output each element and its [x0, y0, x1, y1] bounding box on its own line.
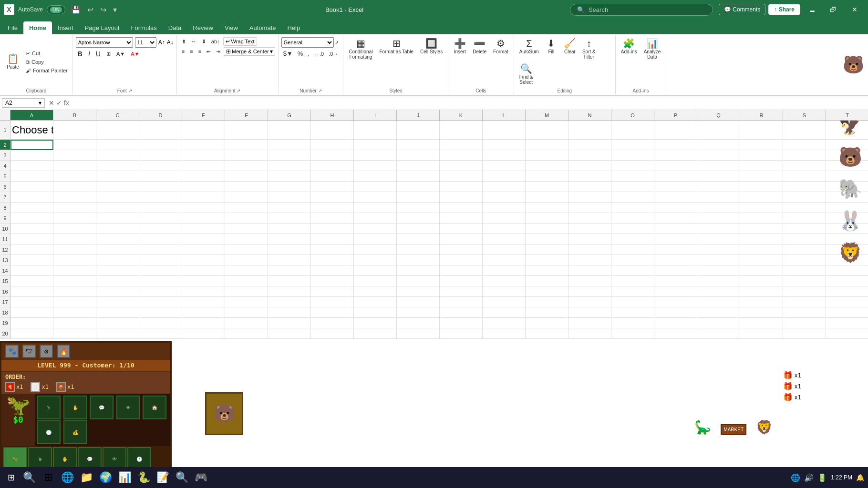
- cell-C1[interactable]: [96, 121, 139, 140]
- cell-I3[interactable]: [354, 150, 397, 161]
- taskbar-python-icon[interactable]: 🐍: [135, 469, 152, 486]
- cell-P12[interactable]: [654, 244, 697, 255]
- cell-S19[interactable]: [783, 318, 826, 328]
- cut-button[interactable]: ✂ Cut: [24, 50, 70, 58]
- cell-I6[interactable]: [354, 182, 397, 192]
- cell-N5[interactable]: [568, 171, 611, 182]
- cell-P20[interactable]: [654, 328, 697, 339]
- cell-Q12[interactable]: [697, 244, 740, 255]
- cell-H8[interactable]: [311, 203, 354, 213]
- game-slot-1[interactable]: 🖱: [37, 396, 61, 419]
- align-middle-button[interactable]: ↔: [189, 38, 198, 45]
- currency-button[interactable]: $▼: [281, 49, 295, 58]
- cell-D3[interactable]: [139, 150, 182, 161]
- col-header-D[interactable]: D: [139, 110, 182, 120]
- game-slot-5[interactable]: 🏠: [143, 396, 166, 419]
- start-button[interactable]: ⊞: [4, 470, 19, 485]
- cell-Q8[interactable]: [697, 203, 740, 213]
- cell-O11[interactable]: [611, 234, 654, 244]
- cell-J11[interactable]: [397, 234, 440, 244]
- cell-J4[interactable]: [397, 161, 440, 171]
- cell-K6[interactable]: [440, 182, 483, 192]
- cell-P14[interactable]: [654, 265, 697, 276]
- cell-C6[interactable]: [96, 182, 139, 192]
- cell-E4[interactable]: [182, 161, 225, 171]
- cell-A4[interactable]: [10, 161, 53, 171]
- cell-K10[interactable]: [440, 224, 483, 234]
- cell-A12[interactable]: [10, 244, 53, 255]
- cell-C15[interactable]: [96, 276, 139, 286]
- cell-G16[interactable]: [268, 286, 311, 297]
- cell-M15[interactable]: [526, 276, 568, 286]
- autosum-button[interactable]: Σ AutoSum: [517, 37, 541, 61]
- cell-O5[interactable]: [611, 171, 654, 182]
- search-input[interactable]: [589, 6, 703, 13]
- cell-K17[interactable]: [440, 297, 483, 307]
- cell-K9[interactable]: [440, 213, 483, 224]
- cell-K11[interactable]: [440, 234, 483, 244]
- cell-K18[interactable]: [440, 307, 483, 318]
- taskbar-network-icon[interactable]: 🌐: [791, 473, 800, 482]
- cell-G7[interactable]: [268, 192, 311, 203]
- cell-B7[interactable]: [53, 192, 96, 203]
- col-header-I[interactable]: I: [354, 110, 397, 120]
- delete-button[interactable]: ➖ Delete: [470, 37, 489, 56]
- cell-G15[interactable]: [268, 276, 311, 286]
- cell-L2[interactable]: [483, 140, 526, 150]
- cell-L11[interactable]: [483, 234, 526, 244]
- cell-J17[interactable]: [397, 297, 440, 307]
- cell-L1[interactable]: [483, 121, 526, 140]
- cell-S18[interactable]: [783, 307, 826, 318]
- cell-F15[interactable]: [225, 276, 268, 286]
- cell-D17[interactable]: [139, 297, 182, 307]
- customize-icon[interactable]: ▾: [111, 4, 119, 15]
- alignment-expand-icon[interactable]: ↗: [237, 88, 240, 93]
- taskbar-edge-icon[interactable]: 🌐: [59, 469, 76, 486]
- game-slot-7[interactable]: 💰: [63, 420, 87, 444]
- cell-A5[interactable]: [10, 171, 53, 182]
- cell-J2[interactable]: [397, 140, 440, 150]
- cell-R6[interactable]: [740, 182, 783, 192]
- cell-R17[interactable]: [740, 297, 783, 307]
- cell-N18[interactable]: [568, 307, 611, 318]
- tab-home[interactable]: Home: [23, 21, 52, 34]
- cell-O1[interactable]: [611, 121, 654, 140]
- cell-I17[interactable]: [354, 297, 397, 307]
- cell-M14[interactable]: [526, 265, 568, 276]
- cell-D10[interactable]: [139, 224, 182, 234]
- cell-O20[interactable]: [611, 328, 654, 339]
- col-header-H[interactable]: H: [311, 110, 354, 120]
- cell-O4[interactable]: [611, 161, 654, 171]
- cell-B3[interactable]: [53, 150, 96, 161]
- cell-L16[interactable]: [483, 286, 526, 297]
- cell-C18[interactable]: [96, 307, 139, 318]
- cell-A9[interactable]: [10, 213, 53, 224]
- decrease-indent-button[interactable]: ⇤: [205, 48, 213, 56]
- cell-N13[interactable]: [568, 255, 611, 265]
- cell-E18[interactable]: [182, 307, 225, 318]
- cell-G11[interactable]: [268, 234, 311, 244]
- increase-indent-button[interactable]: ⇥: [214, 48, 222, 56]
- cell-D1[interactable]: [139, 121, 182, 140]
- col-header-G[interactable]: G: [268, 110, 311, 120]
- insert-button[interactable]: ➕ Insert: [451, 37, 468, 56]
- col-header-R[interactable]: R: [740, 110, 783, 120]
- cell-styles-button[interactable]: 🔲 Cell Styles: [418, 37, 445, 56]
- cell-K8[interactable]: [440, 203, 483, 213]
- col-header-E[interactable]: E: [182, 110, 225, 120]
- cell-E6[interactable]: [182, 182, 225, 192]
- cell-G10[interactable]: [268, 224, 311, 234]
- cell-A8[interactable]: [10, 203, 53, 213]
- cell-N12[interactable]: [568, 244, 611, 255]
- cell-K20[interactable]: [440, 328, 483, 339]
- cell-A1[interactable]: Choose the layout you prefer while you w…: [10, 121, 53, 140]
- cell-C10[interactable]: [96, 224, 139, 234]
- cell-D8[interactable]: [139, 203, 182, 213]
- cell-Q9[interactable]: [697, 213, 740, 224]
- cell-C5[interactable]: [96, 171, 139, 182]
- cell-F9[interactable]: [225, 213, 268, 224]
- cell-S16[interactable]: [783, 286, 826, 297]
- cell-D4[interactable]: [139, 161, 182, 171]
- cell-N11[interactable]: [568, 234, 611, 244]
- row-header-16[interactable]: 16: [0, 286, 10, 297]
